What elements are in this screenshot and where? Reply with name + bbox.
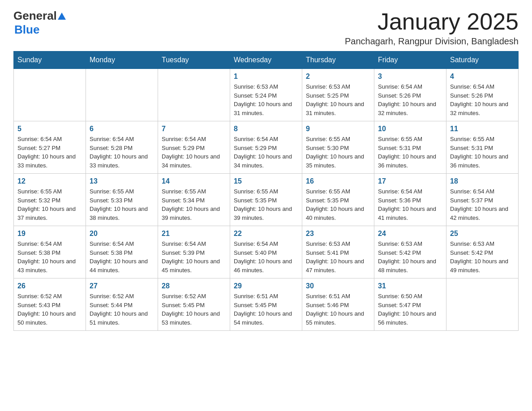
- day-number: 19: [17, 230, 82, 238]
- day-number: 3: [378, 73, 442, 81]
- calendar-cell: 12Sunrise: 6:55 AMSunset: 5:32 PMDayligh…: [14, 174, 86, 226]
- day-number: 29: [234, 282, 298, 290]
- day-number: 27: [90, 282, 154, 290]
- day-info: Sunrise: 6:55 AMSunset: 5:34 PMDaylight:…: [162, 187, 226, 222]
- month-title: January 2025: [345, 9, 519, 34]
- day-info: Sunrise: 6:54 AMSunset: 5:40 PMDaylight:…: [234, 240, 298, 274]
- calendar-cell: 20Sunrise: 6:54 AMSunset: 5:38 PMDayligh…: [86, 226, 158, 278]
- day-number: 28: [162, 282, 226, 290]
- calendar-cell: 26Sunrise: 6:52 AMSunset: 5:43 PMDayligh…: [14, 278, 86, 331]
- calendar-cell: 21Sunrise: 6:54 AMSunset: 5:39 PMDayligh…: [158, 226, 230, 278]
- day-info: Sunrise: 6:54 AMSunset: 5:29 PMDaylight:…: [162, 135, 226, 170]
- day-number: 2: [306, 73, 370, 81]
- day-info: Sunrise: 6:54 AMSunset: 5:27 PMDaylight:…: [17, 135, 82, 170]
- day-info: Sunrise: 6:54 AMSunset: 5:28 PMDaylight:…: [90, 135, 154, 170]
- calendar-cell: 22Sunrise: 6:54 AMSunset: 5:40 PMDayligh…: [230, 226, 302, 278]
- day-number: 17: [378, 177, 442, 185]
- day-number: 22: [234, 230, 298, 238]
- calendar-cell: 9Sunrise: 6:55 AMSunset: 5:30 PMDaylight…: [302, 121, 374, 174]
- calendar-week-row: 1Sunrise: 6:53 AMSunset: 5:24 PMDaylight…: [14, 69, 519, 121]
- day-number: 1: [234, 73, 298, 81]
- calendar-week-row: 19Sunrise: 6:54 AMSunset: 5:38 PMDayligh…: [14, 226, 519, 278]
- calendar-cell: 15Sunrise: 6:55 AMSunset: 5:35 PMDayligh…: [230, 174, 302, 226]
- calendar-cell: [14, 69, 86, 121]
- logo: General Blue: [13, 9, 67, 37]
- day-number: 31: [378, 282, 442, 290]
- day-number: 21: [162, 230, 226, 238]
- calendar-cell: 2Sunrise: 6:53 AMSunset: 5:25 PMDaylight…: [302, 69, 374, 121]
- calendar-cell: 27Sunrise: 6:52 AMSunset: 5:44 PMDayligh…: [86, 278, 158, 331]
- day-number: 26: [17, 282, 82, 290]
- calendar-table: SundayMondayTuesdayWednesdayThursdayFrid…: [13, 51, 519, 331]
- day-info: Sunrise: 6:54 AMSunset: 5:38 PMDaylight:…: [90, 240, 154, 274]
- calendar-cell: 6Sunrise: 6:54 AMSunset: 5:28 PMDaylight…: [86, 121, 158, 174]
- day-number: 8: [234, 125, 298, 133]
- header-wednesday: Wednesday: [230, 51, 302, 69]
- day-number: 30: [306, 282, 370, 290]
- day-info: Sunrise: 6:54 AMSunset: 5:26 PMDaylight:…: [450, 82, 515, 117]
- day-info: Sunrise: 6:54 AMSunset: 5:38 PMDaylight:…: [17, 240, 82, 274]
- day-info: Sunrise: 6:53 AMSunset: 5:25 PMDaylight:…: [306, 82, 370, 117]
- day-number: 15: [234, 177, 298, 185]
- header-tuesday: Tuesday: [158, 51, 230, 69]
- day-info: Sunrise: 6:51 AMSunset: 5:45 PMDaylight:…: [234, 292, 298, 327]
- calendar-cell: 28Sunrise: 6:52 AMSunset: 5:45 PMDayligh…: [158, 278, 230, 331]
- calendar-cell: 8Sunrise: 6:54 AMSunset: 5:29 PMDaylight…: [230, 121, 302, 174]
- day-info: Sunrise: 6:55 AMSunset: 5:35 PMDaylight:…: [234, 187, 298, 222]
- header-friday: Friday: [374, 51, 446, 69]
- calendar-week-row: 26Sunrise: 6:52 AMSunset: 5:43 PMDayligh…: [14, 278, 519, 331]
- day-info: Sunrise: 6:53 AMSunset: 5:41 PMDaylight:…: [306, 240, 370, 274]
- day-info: Sunrise: 6:55 AMSunset: 5:30 PMDaylight:…: [306, 135, 370, 170]
- day-info: Sunrise: 6:55 AMSunset: 5:31 PMDaylight:…: [378, 135, 442, 170]
- calendar-cell: 24Sunrise: 6:53 AMSunset: 5:42 PMDayligh…: [374, 226, 446, 278]
- day-number: 10: [378, 125, 442, 133]
- day-info: Sunrise: 6:53 AMSunset: 5:24 PMDaylight:…: [234, 82, 298, 117]
- calendar-cell: 1Sunrise: 6:53 AMSunset: 5:24 PMDaylight…: [230, 69, 302, 121]
- day-number: 9: [306, 125, 370, 133]
- day-info: Sunrise: 6:54 AMSunset: 5:26 PMDaylight:…: [378, 82, 442, 117]
- day-info: Sunrise: 6:55 AMSunset: 5:31 PMDaylight:…: [450, 135, 515, 170]
- calendar-cell: 7Sunrise: 6:54 AMSunset: 5:29 PMDaylight…: [158, 121, 230, 174]
- day-info: Sunrise: 6:55 AMSunset: 5:32 PMDaylight:…: [17, 187, 82, 222]
- day-number: 24: [378, 230, 442, 238]
- day-number: 4: [450, 73, 515, 81]
- header-sunday: Sunday: [14, 51, 86, 69]
- day-number: 11: [450, 125, 515, 133]
- day-info: Sunrise: 6:50 AMSunset: 5:47 PMDaylight:…: [378, 292, 442, 327]
- calendar-week-row: 12Sunrise: 6:55 AMSunset: 5:32 PMDayligh…: [14, 174, 519, 226]
- calendar-cell: 17Sunrise: 6:54 AMSunset: 5:36 PMDayligh…: [374, 174, 446, 226]
- calendar-cell: 5Sunrise: 6:54 AMSunset: 5:27 PMDaylight…: [14, 121, 86, 174]
- page-header: General Blue January 2025 Panchagarh, Ra…: [13, 9, 519, 47]
- day-info: Sunrise: 6:54 AMSunset: 5:36 PMDaylight:…: [378, 187, 442, 222]
- day-number: 5: [17, 125, 82, 133]
- calendar-cell: 16Sunrise: 6:55 AMSunset: 5:35 PMDayligh…: [302, 174, 374, 226]
- day-info: Sunrise: 6:51 AMSunset: 5:46 PMDaylight:…: [306, 292, 370, 327]
- location-subtitle: Panchagarh, Rangpur Division, Bangladesh: [345, 36, 519, 47]
- calendar-cell: [158, 69, 230, 121]
- calendar-cell: 19Sunrise: 6:54 AMSunset: 5:38 PMDayligh…: [14, 226, 86, 278]
- svg-marker-0: [58, 13, 66, 20]
- day-info: Sunrise: 6:52 AMSunset: 5:43 PMDaylight:…: [17, 292, 82, 327]
- calendar-cell: 4Sunrise: 6:54 AMSunset: 5:26 PMDaylight…: [446, 69, 519, 121]
- day-info: Sunrise: 6:53 AMSunset: 5:42 PMDaylight:…: [450, 240, 515, 274]
- day-number: 7: [162, 125, 226, 133]
- day-number: 16: [306, 177, 370, 185]
- calendar-cell: 29Sunrise: 6:51 AMSunset: 5:45 PMDayligh…: [230, 278, 302, 331]
- calendar-cell: 14Sunrise: 6:55 AMSunset: 5:34 PMDayligh…: [158, 174, 230, 226]
- calendar-cell: 30Sunrise: 6:51 AMSunset: 5:46 PMDayligh…: [302, 278, 374, 331]
- calendar-header-row: SundayMondayTuesdayWednesdayThursdayFrid…: [14, 51, 519, 69]
- calendar-cell: 10Sunrise: 6:55 AMSunset: 5:31 PMDayligh…: [374, 121, 446, 174]
- day-number: 14: [162, 177, 226, 185]
- header-saturday: Saturday: [446, 51, 519, 69]
- day-info: Sunrise: 6:54 AMSunset: 5:39 PMDaylight:…: [162, 240, 226, 274]
- header-thursday: Thursday: [302, 51, 374, 69]
- header-monday: Monday: [86, 51, 158, 69]
- day-number: 25: [450, 230, 515, 238]
- calendar-cell: [446, 278, 519, 331]
- day-number: 23: [306, 230, 370, 238]
- calendar-cell: 25Sunrise: 6:53 AMSunset: 5:42 PMDayligh…: [446, 226, 519, 278]
- calendar-cell: 13Sunrise: 6:55 AMSunset: 5:33 PMDayligh…: [86, 174, 158, 226]
- logo-general-text: General: [13, 9, 57, 23]
- day-number: 6: [90, 125, 154, 133]
- day-info: Sunrise: 6:54 AMSunset: 5:37 PMDaylight:…: [450, 187, 515, 222]
